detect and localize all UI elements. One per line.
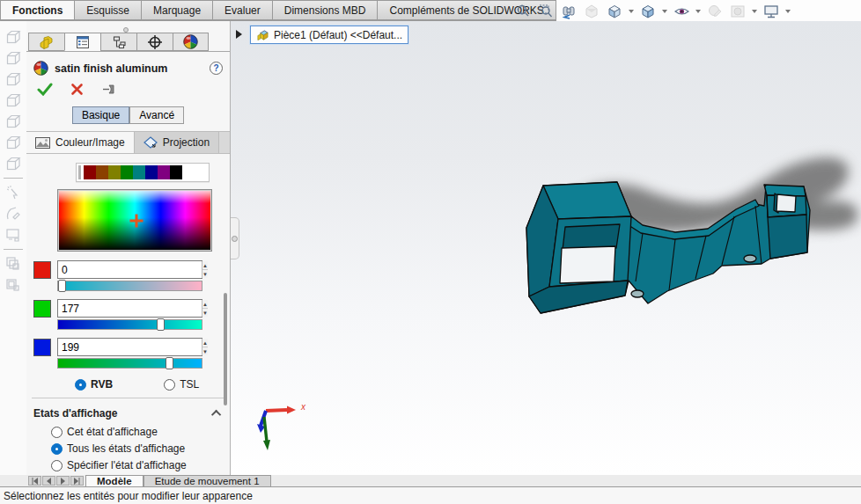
rail-separator <box>4 249 23 250</box>
blue-value-input[interactable] <box>58 339 202 355</box>
display-manager-tab[interactable] <box>173 33 209 51</box>
color-picker-field[interactable] <box>57 189 212 252</box>
help-button[interactable]: ? <box>210 62 223 75</box>
apply-scene-icon[interactable] <box>728 3 747 20</box>
view-settings-caret[interactable] <box>785 10 791 13</box>
red-slider-thumb[interactable] <box>58 280 66 292</box>
status-bar: Sélectionnez les entités pour modifier l… <box>0 487 861 504</box>
zoom-area-icon[interactable] <box>536 3 556 20</box>
motion-study-tab[interactable]: Etude de mouvement 1 <box>144 475 271 486</box>
view-settings-icon[interactable] <box>762 3 781 20</box>
all-display-states-option[interactable]: Tous les états d'affichage <box>26 442 230 458</box>
color-swatch[interactable] <box>133 165 145 179</box>
all-display-states-label: Tous les états d'affichage <box>67 442 185 455</box>
green-channel-row: ▲▼ <box>26 299 230 338</box>
view-cube-icon[interactable] <box>4 90 23 111</box>
edit-tool-icon[interactable] <box>4 203 23 224</box>
green-spinner[interactable]: ▲▼ <box>202 300 208 317</box>
zoom-fit-icon[interactable] <box>513 3 533 20</box>
part-model[interactable] <box>231 21 861 475</box>
color-swatch[interactable] <box>121 165 133 179</box>
green-slider-thumb[interactable] <box>157 318 165 331</box>
dimxpert-manager-tab[interactable] <box>136 33 173 51</box>
hide-show-items-caret[interactable] <box>695 10 701 13</box>
panel-splitter-handle[interactable] <box>231 217 239 259</box>
display-style-caret[interactable] <box>662 10 667 13</box>
rvb-radio-option[interactable]: RVB <box>75 376 113 396</box>
color-swatch[interactable] <box>158 165 170 179</box>
tab-evaluer[interactable]: Evaluer <box>212 0 272 20</box>
color-swatch[interactable] <box>170 165 182 179</box>
color-swatch[interactable] <box>145 165 158 179</box>
specify-display-state-radio[interactable] <box>51 460 63 471</box>
tab-scroll-buttons <box>26 475 85 486</box>
specify-display-state-option[interactable]: Spécifier l'état d'affichage <box>26 458 230 475</box>
feature-tree-root-item[interactable]: Pièce1 (Défaut) <<Défaut... <box>250 26 408 44</box>
tab-fonctions[interactable]: Fonctions <box>0 0 74 20</box>
first-tab-button[interactable] <box>28 476 41 486</box>
tab-esquisse[interactable]: Esquisse <box>74 0 141 20</box>
ok-button[interactable] <box>37 83 53 96</box>
color-swatch[interactable] <box>108 165 121 179</box>
cancel-button[interactable] <box>70 83 84 96</box>
red-slider[interactable] <box>57 281 202 291</box>
view-cube-icon[interactable] <box>4 47 23 69</box>
last-tab-button[interactable] <box>70 476 84 486</box>
edit-appearance-icon[interactable] <box>705 3 725 20</box>
previous-view-icon[interactable] <box>559 3 578 20</box>
color-image-tab[interactable]: Couleur/Image <box>26 132 135 153</box>
hide-show-items-icon[interactable] <box>672 3 691 20</box>
solidworks-window: Fonctions Esquisse Marquage Evaluer Dime… <box>0 0 861 504</box>
section-view-icon[interactable] <box>582 3 601 20</box>
tab-marquage[interactable]: Marquage <box>141 0 212 20</box>
next-tab-button[interactable] <box>56 476 70 486</box>
color-picker-cursor[interactable] <box>129 214 143 227</box>
model-tab[interactable]: Modèle <box>85 475 144 486</box>
red-spinner[interactable]: ▲▼ <box>202 261 208 278</box>
color-swatch[interactable] <box>96 165 108 179</box>
pin-button[interactable] <box>101 83 117 96</box>
green-value-input[interactable] <box>58 300 202 317</box>
display-states-header[interactable]: Etats d'affichage <box>26 405 230 425</box>
advanced-mode-button[interactable]: Avancé <box>129 106 184 124</box>
rvb-radio[interactable] <box>75 379 86 391</box>
basic-mode-button[interactable]: Basique <box>72 106 129 124</box>
apply-scene-caret[interactable] <box>752 10 757 13</box>
display-style-icon[interactable] <box>638 3 658 20</box>
view-cube-icon[interactable] <box>4 111 23 132</box>
property-manager-tab[interactable] <box>64 33 100 51</box>
flyout-tree-expand-arrow[interactable] <box>236 30 242 39</box>
all-display-states-radio[interactable] <box>51 443 63 455</box>
blue-spinner[interactable]: ▲▼ <box>202 339 208 355</box>
tsl-radio-option[interactable]: TSL <box>164 376 199 396</box>
panel-top-splitter[interactable] <box>26 21 230 33</box>
previous-tab-button[interactable] <box>42 476 55 486</box>
blue-slider-thumb[interactable] <box>166 357 173 369</box>
view-cube-icon[interactable] <box>4 26 23 47</box>
this-display-state-option[interactable]: Cet état d'affichage <box>26 425 230 442</box>
copy-layers-icon[interactable] <box>4 253 23 274</box>
mode-toggle: Basique Avancé <box>26 103 230 131</box>
tsl-radio[interactable] <box>164 379 175 391</box>
red-value-input[interactable] <box>58 261 202 278</box>
view-cube-icon[interactable] <box>4 69 23 90</box>
this-display-state-radio[interactable] <box>51 427 63 438</box>
view-cube-icon[interactable] <box>4 153 23 174</box>
screen-capture-icon[interactable] <box>4 224 23 245</box>
graphics-viewport[interactable]: x Pièce1 (Défaut) <<Défaut... <box>231 21 861 475</box>
view-orientation-caret[interactable] <box>629 10 634 13</box>
blue-slider[interactable] <box>57 358 202 369</box>
color-swatch[interactable] <box>84 165 96 179</box>
view-orientation-icon[interactable] <box>605 3 624 20</box>
paste-layers-icon[interactable] <box>4 274 23 296</box>
configuration-manager-tab[interactable] <box>100 33 136 51</box>
green-slider[interactable] <box>57 319 202 330</box>
panel-scrollbar[interactable] <box>224 293 227 405</box>
tab-dimensions-mbd[interactable]: Dimensions MBD <box>272 0 378 20</box>
rvb-label: RVB <box>91 378 113 391</box>
view-cube-icon[interactable] <box>4 132 23 153</box>
feature-manager-tab[interactable] <box>28 33 64 51</box>
swatch-grip[interactable] <box>78 165 81 179</box>
projection-tab[interactable]: Projection <box>135 132 219 153</box>
new-selection-icon[interactable] <box>4 182 23 203</box>
